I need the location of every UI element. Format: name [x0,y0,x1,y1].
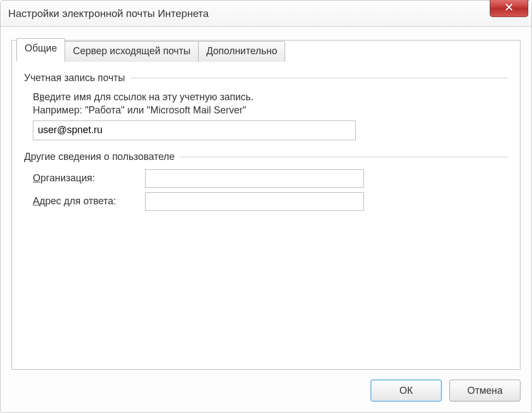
tab-advanced[interactable]: Дополнительно [198,41,286,62]
divider [131,78,508,78]
tab-general[interactable]: Общие [16,38,65,61]
tab-outgoing-server[interactable]: Сервер исходящей почты [65,41,199,62]
tab-panel-general: Учетная запись почты Введите имя для ссы… [12,62,520,369]
mail-account-legend: Учетная запись почты [24,72,131,84]
reply-address-row: Адрес для ответа: [33,192,508,211]
reply-address-input[interactable] [145,192,364,211]
window-title: Настройки электронной почты Интернета [8,8,209,20]
titlebar: Настройки электронной почты Интернета [1,1,531,27]
dialog-window: Настройки электронной почты Интернета Об… [0,0,532,413]
mail-account-legend-row: Учетная запись почты [24,72,508,84]
account-name-input[interactable] [33,121,356,140]
user-info-group: Другие сведения о пользователе Организац… [24,151,508,211]
close-icon [505,3,513,12]
divider [180,157,508,157]
organization-label: Организация: [33,173,145,184]
close-button[interactable] [490,0,528,17]
tab-container: Общие Сервер исходящей почты Дополнитель… [11,40,521,370]
dialog-button-row: ОК Отмена [371,380,521,401]
organization-row: Организация: [33,169,508,188]
mail-account-group: Учетная запись почты Введите имя для ссы… [24,72,508,140]
account-help-text: Введите имя для ссылок на эту учетную за… [33,90,508,117]
reply-address-label: Адрес для ответа: [33,196,145,207]
cancel-button[interactable]: Отмена [449,380,521,401]
user-info-legend: Другие сведения о пользователе [24,151,180,163]
ok-button[interactable]: ОК [371,380,442,401]
user-info-legend-row: Другие сведения о пользователе [24,151,508,163]
tab-strip: Общие Сервер исходящей почты Дополнитель… [16,40,285,62]
organization-input[interactable] [145,169,364,188]
